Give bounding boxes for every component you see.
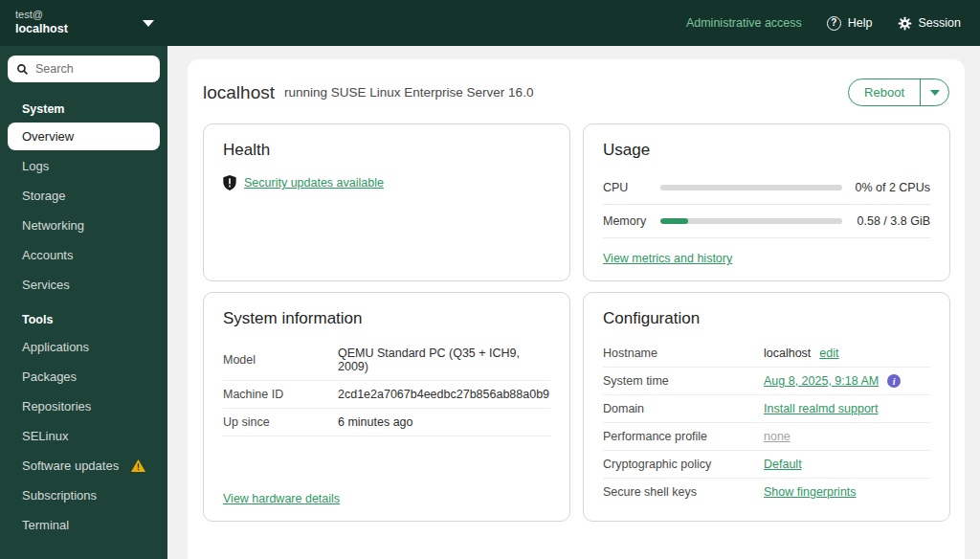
chevron-down-icon xyxy=(143,20,154,27)
page-title: localhost xyxy=(203,82,275,103)
session-menu[interactable]: Session xyxy=(898,16,961,31)
sidebar-search xyxy=(8,56,160,82)
current-host: localhost xyxy=(15,22,68,37)
gear-icon xyxy=(898,16,912,31)
usage-title: Usage xyxy=(603,141,930,160)
cpu-usage-row: CPU 0% of 2 CPUs xyxy=(603,171,930,205)
sidebar-item-software-updates[interactable]: Software updates xyxy=(8,452,160,480)
page-header: localhost running SUSE Linux Enterprise … xyxy=(188,59,965,116)
model-value: QEMU Standard PC (Q35 + ICH9, 2009) xyxy=(338,347,550,373)
crypto-policy-link[interactable]: Default xyxy=(764,458,802,471)
performance-profile-value: none xyxy=(764,430,791,443)
hostname-value: localhost xyxy=(764,347,811,360)
domain-row: Domain Install realmd support xyxy=(603,395,930,423)
ssh-keys-row: Secure shell keys Show fingerprints xyxy=(603,479,930,505)
memory-usage-row: Memory 0.58 / 3.8 GiB xyxy=(603,205,930,238)
cpu-progress-bar xyxy=(660,185,842,190)
show-fingerprints-link[interactable]: Show fingerprints xyxy=(764,485,857,499)
health-card: Health Security updates available xyxy=(203,123,570,281)
cpu-usage-value: 0% of 2 CPUs xyxy=(842,181,930,194)
memory-progress-bar xyxy=(660,218,842,224)
security-shield-icon xyxy=(223,175,236,190)
session-label: Session xyxy=(919,16,961,30)
reboot-dropdown-toggle[interactable] xyxy=(920,79,948,105)
sidebar-item-accounts[interactable]: Accounts xyxy=(8,241,160,269)
search-input[interactable] xyxy=(35,62,151,76)
nav-section-system: System xyxy=(0,90,167,121)
sidebar-item-networking[interactable]: Networking xyxy=(8,212,160,239)
reboot-button[interactable]: Reboot xyxy=(849,79,920,105)
sidebar-item-logs[interactable]: Logs xyxy=(8,152,160,180)
info-icon[interactable]: i xyxy=(887,374,901,388)
host-switcher-dropdown[interactable]: test@ localhost xyxy=(0,0,167,46)
sidebar-nav: System Overview Logs Storage Networking … xyxy=(0,46,167,559)
up-since-row: Up since 6 minutes ago xyxy=(223,409,550,436)
edit-hostname-link[interactable]: edit xyxy=(819,347,838,360)
security-updates-link[interactable]: Security updates available xyxy=(244,176,384,190)
view-metrics-link[interactable]: View metrics and history xyxy=(603,252,732,265)
overview-panel: localhost running SUSE Linux Enterprise … xyxy=(188,59,965,559)
sidebar-item-overview[interactable]: Overview xyxy=(8,123,160,150)
warning-triangle-icon xyxy=(131,459,145,472)
install-realmd-link[interactable]: Install realmd support xyxy=(764,402,879,415)
sidebar-item-applications[interactable]: Applications xyxy=(8,333,160,361)
up-since-value: 6 minutes ago xyxy=(338,415,413,429)
performance-profile-row: Performance profile none xyxy=(603,423,930,451)
sidebar-item-terminal[interactable]: Terminal xyxy=(8,511,160,539)
hostname-row: Hostname localhost edit xyxy=(603,340,930,368)
configuration-title: Configuration xyxy=(603,309,930,328)
main-content: localhost running SUSE Linux Enterprise … xyxy=(167,46,980,559)
nav-section-tools: Tools xyxy=(0,301,167,331)
model-row: Model QEMU Standard PC (Q35 + ICH9, 2009… xyxy=(223,340,550,381)
health-title: Health xyxy=(223,141,550,160)
usage-card: Usage CPU 0% of 2 CPUs Memory 0.58 / xyxy=(583,123,950,281)
memory-usage-value: 0.58 / 3.8 GiB xyxy=(842,214,930,228)
search-icon xyxy=(16,63,29,76)
system-information-card: System information Model QEMU Standard P… xyxy=(203,292,570,522)
sidebar-item-packages[interactable]: Packages xyxy=(8,363,160,391)
chevron-down-icon xyxy=(930,90,940,96)
configuration-card: Configuration Hostname localhost edit Sy… xyxy=(583,292,950,522)
help-label: Help xyxy=(848,16,873,30)
sidebar-item-services[interactable]: Services xyxy=(8,271,160,299)
help-menu[interactable]: ? Help xyxy=(827,16,873,31)
sidebar-item-selinux[interactable]: SELinux xyxy=(8,422,160,450)
view-hardware-details-link[interactable]: View hardware details xyxy=(223,492,340,505)
sidebar-item-storage[interactable]: Storage xyxy=(8,182,160,210)
os-subtitle: running SUSE Linux Enterprise Server 16.… xyxy=(284,85,533,100)
system-time-row: System time Aug 8, 2025, 9:18 AM i xyxy=(603,368,930,395)
crypto-policy-row: Cryptographic policy Default xyxy=(603,451,930,479)
sidebar-item-subscriptions[interactable]: Subscriptions xyxy=(8,481,160,509)
administrative-access-link[interactable]: Administrative access xyxy=(686,16,802,30)
sidebar-item-repositories[interactable]: Repositories xyxy=(8,392,160,420)
help-icon: ? xyxy=(827,16,841,31)
masthead: test@ localhost Administrative access ? … xyxy=(0,0,980,46)
reboot-split-button: Reboot xyxy=(848,78,949,106)
memory-label: Memory xyxy=(603,214,660,228)
machine-id-row: Machine ID 2cd1e2a7067b4eedbc27b856ab88a… xyxy=(223,381,550,409)
system-time-link[interactable]: Aug 8, 2025, 9:18 AM xyxy=(764,374,879,388)
machine-id-value: 2cd1e2a7067b4eedbc27b856ab88a0b9 xyxy=(338,388,549,401)
logged-in-user: test@ xyxy=(15,9,68,22)
cpu-label: CPU xyxy=(603,181,660,194)
system-information-title: System information xyxy=(223,309,550,328)
